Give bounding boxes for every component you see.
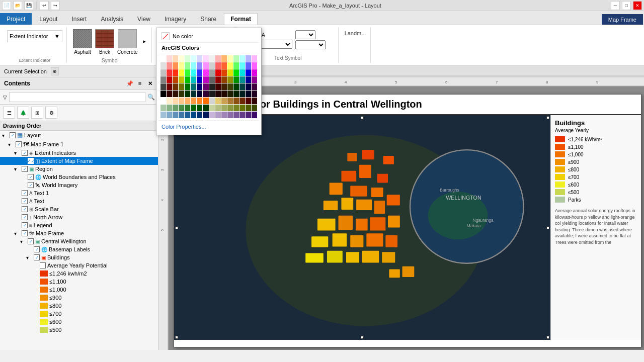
- color-cell[interactable]: [239, 69, 245, 76]
- color-cell[interactable]: [239, 90, 245, 97]
- view-list-icon[interactable]: ☰: [3, 107, 15, 119]
- color-cell[interactable]: [209, 62, 215, 69]
- color-properties-link[interactable]: Color Properties...: [158, 120, 259, 133]
- color-cell[interactable]: [252, 98, 257, 104]
- tab-analysis[interactable]: Analysis: [94, 13, 130, 25]
- color-cell[interactable]: [221, 105, 227, 111]
- color-cell[interactable]: [209, 83, 215, 90]
- color-cell[interactable]: [179, 55, 184, 62]
- color-cell[interactable]: [239, 55, 245, 62]
- color-cell[interactable]: [209, 69, 215, 76]
- color-cell[interactable]: [179, 98, 184, 104]
- color-cell[interactable]: [203, 76, 208, 83]
- color-cell[interactable]: [215, 112, 221, 118]
- color-cell[interactable]: [160, 90, 166, 97]
- check-world-boundaries[interactable]: [28, 174, 34, 180]
- color-cell[interactable]: [227, 98, 233, 104]
- color-cell[interactable]: [215, 83, 221, 90]
- color-cell[interactable]: [227, 83, 233, 90]
- asphalt-swatch[interactable]: [73, 29, 92, 48]
- color-cell[interactable]: [209, 105, 215, 111]
- color-cell[interactable]: [246, 69, 251, 76]
- tree-item-layout[interactable]: ▾ ▦ Layout: [0, 131, 158, 140]
- color-cell[interactable]: [246, 62, 251, 69]
- no-color-option[interactable]: No color: [158, 30, 259, 43]
- color-cell[interactable]: [209, 112, 215, 118]
- color-cell[interactable]: [221, 62, 227, 69]
- color-cell[interactable]: [227, 105, 233, 111]
- check-avg-yearly[interactable]: [40, 262, 46, 268]
- color-cell[interactable]: [246, 76, 251, 83]
- color-cell[interactable]: [160, 112, 166, 118]
- tree-item-extent-of-map-frame[interactable]: ✓ ◫ Extent of Map Frame: [0, 157, 158, 165]
- color-cell[interactable]: [185, 69, 190, 76]
- color-cell[interactable]: [160, 76, 166, 83]
- color-cell[interactable]: [239, 112, 245, 118]
- color-cell[interactable]: [167, 62, 172, 69]
- color-cell[interactable]: [246, 55, 251, 62]
- save-button[interactable]: 💾: [24, 1, 33, 10]
- color-cell[interactable]: [167, 98, 172, 104]
- tree-item-map-frame-1[interactable]: ▾ 🗺 Map Frame 1: [0, 140, 158, 149]
- search-input[interactable]: [9, 92, 145, 102]
- tree-item-legend-800[interactable]: ≤800: [0, 302, 158, 310]
- color-cell[interactable]: [185, 112, 190, 118]
- view-filter-icon[interactable]: ⊞: [31, 107, 43, 119]
- color-cell[interactable]: [191, 55, 196, 62]
- new-button[interactable]: 📄: [2, 1, 11, 10]
- color-cell[interactable]: [252, 69, 257, 76]
- color-cell[interactable]: [173, 55, 178, 62]
- font-size-select[interactable]: [295, 30, 315, 39]
- color-cell[interactable]: [227, 69, 233, 76]
- color-cell[interactable]: [185, 90, 190, 97]
- color-cell[interactable]: [160, 69, 166, 76]
- color-cell[interactable]: [191, 90, 196, 97]
- color-cell[interactable]: [233, 105, 239, 111]
- main-map[interactable]: WELLINGTON Burroughs Makara Ngauranga: [174, 115, 550, 340]
- color-cell[interactable]: [179, 105, 184, 111]
- check-buildings[interactable]: [34, 254, 40, 260]
- tree-item-region[interactable]: ▾ ▣ Region: [0, 165, 158, 173]
- panel-menu-icon[interactable]: ≡: [136, 79, 144, 87]
- panel-close-icon[interactable]: ✕: [146, 79, 154, 87]
- color-cell[interactable]: [203, 69, 208, 76]
- color-cell[interactable]: [173, 76, 178, 83]
- color-cell[interactable]: [203, 55, 208, 62]
- color-cell[interactable]: [252, 105, 257, 111]
- tab-share[interactable]: Share: [194, 13, 223, 25]
- color-cell[interactable]: [221, 112, 227, 118]
- color-cell[interactable]: [167, 69, 172, 76]
- color-cell[interactable]: [167, 83, 172, 90]
- extent-indicator-dropdown[interactable]: Extent Indicator ▼: [7, 30, 62, 42]
- color-cell[interactable]: [167, 112, 172, 118]
- color-cell[interactable]: [215, 55, 221, 62]
- color-cell[interactable]: [173, 112, 178, 118]
- color-cell[interactable]: [160, 98, 166, 104]
- color-cell[interactable]: [209, 76, 215, 83]
- color-cell[interactable]: [233, 90, 239, 97]
- color-cell[interactable]: [160, 55, 166, 62]
- tree-item-world-imagery[interactable]: 🛰 World Imagery: [0, 181, 158, 189]
- tree-item-legend-1246[interactable]: ≤1,246 kwh/m2: [0, 269, 158, 278]
- minimize-button[interactable]: ─: [611, 1, 620, 10]
- color-cell[interactable]: [191, 69, 196, 76]
- panel-pin-icon[interactable]: 📌: [126, 79, 134, 87]
- tab-imagery[interactable]: Imagery: [158, 13, 193, 25]
- color-cell[interactable]: [179, 90, 184, 97]
- tree-item-buildings[interactable]: ▾ ▣ Buildings: [0, 253, 158, 261]
- tab-project[interactable]: Project: [0, 13, 32, 25]
- color-cell[interactable]: [252, 62, 257, 69]
- color-cell[interactable]: [197, 69, 202, 76]
- color-cell[interactable]: [203, 62, 208, 69]
- color-cell[interactable]: [252, 55, 257, 62]
- color-cell[interactable]: [252, 83, 257, 90]
- handle-bl[interactable]: [175, 336, 178, 339]
- check-legend[interactable]: [22, 222, 28, 228]
- color-cell[interactable]: [179, 62, 184, 69]
- asphalt-swatch-container[interactable]: Asphalt: [73, 29, 92, 55]
- tree-item-text[interactable]: A Text: [0, 197, 158, 205]
- color-cell[interactable]: [173, 90, 178, 97]
- color-cell[interactable]: [252, 76, 257, 83]
- brick-swatch-container[interactable]: Brick: [95, 29, 114, 55]
- color-cell[interactable]: [227, 55, 233, 62]
